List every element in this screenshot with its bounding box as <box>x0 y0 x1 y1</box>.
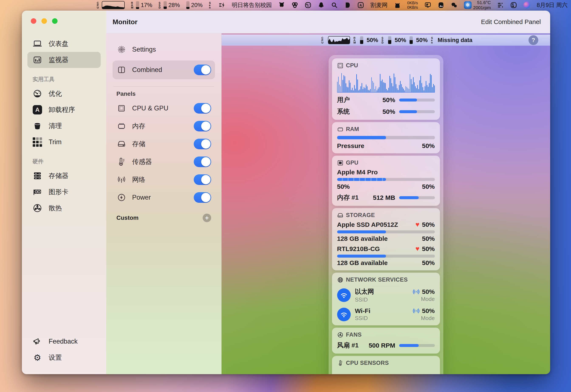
sidebar-item-cooling[interactable]: 散热 <box>28 200 101 216</box>
help-button[interactable]: ? <box>528 35 538 45</box>
zoom-button[interactable] <box>52 18 57 24</box>
menubar-shortcuts-item[interactable] <box>219 0 225 10</box>
menubar-switch-app[interactable] <box>305 0 311 10</box>
panel-row-power[interactable]: Power <box>113 189 215 206</box>
sidebar-item-monitor[interactable]: 监视器 <box>28 52 101 68</box>
menubar-ram-widget[interactable]: RAM 17% <box>131 0 152 10</box>
sensors-widget-label: Sen <box>209 2 212 9</box>
sidebar-item-dashboard[interactable]: 仪表盘 <box>28 36 101 52</box>
panel-row-storage[interactable]: 存储 <box>113 135 215 153</box>
menubar-network-speed[interactable]: 0KB/s 0KB/s <box>407 0 418 10</box>
gpu-card-title: GPU <box>346 159 358 166</box>
sidebar-item-trim[interactable]: Trim <box>28 134 101 150</box>
menubar-ssd-widget[interactable]: SSD 28% <box>159 0 180 10</box>
menubar-photos-app[interactable] <box>438 0 444 10</box>
menubar-wechat-app[interactable] <box>451 0 457 10</box>
bar-chart-icon <box>32 55 43 65</box>
ram-widget-label: RAM <box>131 2 134 9</box>
drive-used-value: 50% <box>422 235 435 242</box>
cat-icon <box>394 2 401 9</box>
panels-header: Panels <box>116 90 215 97</box>
gpu-memory-bar <box>399 196 435 199</box>
combined-row-label: Combined <box>132 66 162 74</box>
sidebar-item-label: 监视器 <box>49 56 68 64</box>
panel-row-memory[interactable]: 内存 <box>113 117 215 135</box>
settings-row[interactable]: Settings <box>113 41 215 58</box>
minimize-button[interactable] <box>42 18 47 24</box>
utilities-section-header: 实用工具 <box>32 76 101 83</box>
fan-speed-bar <box>399 344 435 347</box>
photos-icon <box>438 2 444 9</box>
menubar-cat-app[interactable] <box>394 0 401 10</box>
close-button[interactable] <box>31 18 36 24</box>
memory-toggle[interactable] <box>194 121 211 131</box>
add-custom-button[interactable]: + <box>203 214 211 222</box>
sidebar-item-feedback[interactable]: Feedback <box>28 333 101 350</box>
combined-row[interactable]: Combined <box>113 60 215 79</box>
sidebar-item-label: 卸载程序 <box>49 105 75 114</box>
menubar-cpu-widget[interactable]: CPU <box>97 0 125 10</box>
cpu-widget-label: CPU <box>97 2 100 9</box>
panel-row-cpu-gpu[interactable]: CPU & GPU <box>113 99 215 117</box>
menubar-clock[interactable]: 8月9日 周六 <box>537 0 568 10</box>
panel-row-sensors[interactable]: 传感器 <box>113 153 215 171</box>
menubar-qq-app[interactable] <box>318 0 325 10</box>
ram-widget-label: RAM <box>354 37 357 44</box>
title-bar: Monitor Edit Combined Panel <box>106 11 550 33</box>
signal-icon <box>413 288 420 295</box>
storage-toggle[interactable] <box>194 139 211 149</box>
menubar-playlist[interactable] <box>497 0 504 10</box>
sidebar-item-cleanup[interactable]: 清理 <box>28 118 101 134</box>
sensors-toggle[interactable] <box>194 156 211 167</box>
menubar-now-playing[interactable]: 明日将告别校园 <box>232 0 272 10</box>
cpu-sensors-card: CPU SENSORS Missing data <box>332 356 440 374</box>
menubar-docs-app[interactable] <box>344 0 351 10</box>
sidebar-item-gpu[interactable]: 图形卡 <box>28 184 101 200</box>
net-up-speed: 0KB/s <box>407 1 418 5</box>
panel-row-label: 内存 <box>132 122 145 131</box>
app-window: 仪表盘 监视器 实用工具 优化 A 卸载程序 <box>22 11 550 374</box>
storage-card: STORAGE Apple SSD AP0512Z ♥50% 128 GB av… <box>332 208 440 270</box>
drive-name-row: RTL9210B-CG ♥50% <box>337 245 435 252</box>
gpu-card: GPU Apple M4 Pro 50% 50% 内存 #1 <box>332 156 440 206</box>
cpu-gpu-toggle[interactable] <box>194 103 211 114</box>
sidebar-item-uninstaller[interactable]: A 卸载程序 <box>28 102 101 118</box>
menubar-sensors-widget[interactable]: Sen <box>209 0 212 10</box>
power-toggle[interactable] <box>194 192 211 203</box>
menubar-search[interactable] <box>331 0 338 10</box>
network-name: 以太网 <box>355 287 374 296</box>
menubar-screen-mirroring[interactable] <box>424 0 431 10</box>
combined-toggle[interactable] <box>194 65 211 75</box>
panel-row-network[interactable]: 网络 <box>113 171 215 189</box>
network-row-ethernet: 以太网 SSID 50% Mode <box>337 287 435 303</box>
sidebar-item-storage[interactable]: 存储器 <box>28 168 101 184</box>
siri-icon <box>523 2 530 9</box>
network-ssid: SSID <box>355 315 371 322</box>
cpu-bar-chart <box>337 72 435 93</box>
cpu-system-bar <box>399 110 435 113</box>
gemai-text: 割麦网 <box>371 1 388 9</box>
menubar-circles-app[interactable] <box>291 0 298 10</box>
menubar-control-center[interactable] <box>510 0 517 10</box>
cpu-system-label: 系统 <box>337 107 350 116</box>
network-toggle[interactable] <box>194 174 211 185</box>
network-value: 50% <box>422 288 435 295</box>
menubar-input-source[interactable]: A <box>357 0 364 10</box>
sidebar: 仪表盘 监视器 实用工具 优化 A 卸载程序 <box>22 11 106 374</box>
menubar-siri[interactable] <box>523 0 530 10</box>
menubar-bull-app[interactable] <box>278 0 285 10</box>
desktop: CPU RAM 17% SSD 28% 20% Sen 明日将 <box>0 0 571 392</box>
gpu-values-row: 50% 50% <box>337 183 435 190</box>
menubar-fan-app[interactable]: ✽ 51.6°C 2001rpm <box>464 0 491 10</box>
ram-pressure-value: 50% <box>422 142 435 150</box>
cpu-history-graph <box>102 1 125 9</box>
menubar-gemai[interactable]: 割麦网 <box>371 0 388 10</box>
sidebar-item-settings[interactable]: ⚙ 设置 <box>28 350 101 366</box>
gpu-card-header: GPU <box>337 159 435 166</box>
fan-icon <box>32 203 43 213</box>
sidebar-item-optimize[interactable]: 优化 <box>28 85 101 102</box>
edit-combined-panel-button[interactable]: Edit Combined Panel <box>481 18 541 26</box>
drive-name-row: Apple SSD AP0512Z ♥50% <box>337 221 435 228</box>
menubar-disk2-widget[interactable]: 20% <box>186 0 203 10</box>
drive-usage-bar <box>337 255 435 258</box>
